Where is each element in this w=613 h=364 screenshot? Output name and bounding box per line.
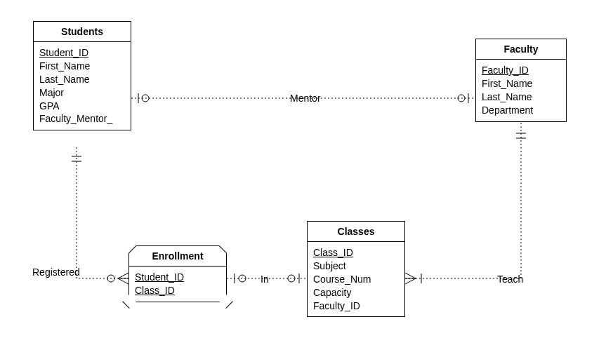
relationship-mentor-label: Mentor [288,93,323,104]
attr: Student_ID [135,271,220,284]
entity-enrollment: Enrollment Student_ID Class_ID [128,245,227,302]
cardinality-zero-icon [239,275,246,282]
rel-teach-line [405,123,521,278]
entity-attrs: Student_ID First_Name Last_Name Major GP… [34,42,131,130]
attr: Department [482,104,560,117]
relationship-in-label: In [258,274,271,285]
crowfoot-icon [118,273,128,278]
crowfoot-icon [405,273,416,278]
cardinality-zero-icon [142,95,149,102]
attr: First_Name [39,60,125,73]
attr: Student_ID [39,46,125,60]
cardinality-zero-icon [458,95,465,102]
attr: Class_ID [135,284,220,297]
cardinality-zero-icon [107,275,114,282]
entity-title: Enrollment [129,246,226,267]
entity-title: Classes [308,222,404,242]
entity-students: Students Student_ID First_Name Last_Name… [33,21,131,130]
entity-title: Faculty [476,39,566,60]
cardinality-zero-icon [288,275,295,282]
attr: Last_Name [39,73,125,86]
attr: Faculty_ID [313,299,399,313]
attr: Course_Num [313,273,399,286]
attr: First_Name [482,77,560,90]
attr: Major [39,86,125,100]
attr: Faculty_ID [482,64,560,77]
crowfoot-icon [118,278,128,284]
attr: Class_ID [313,246,399,259]
entity-title: Students [34,22,131,42]
relationship-teach-label: Teach [495,274,525,285]
attr: Capacity [313,286,399,299]
attr: Faculty_Mentor_ [39,112,125,126]
attr: GPA [39,100,125,113]
entity-attrs: Student_ID Class_ID [129,267,226,302]
entity-faculty: Faculty Faculty_ID First_Name Last_Name … [475,39,567,122]
crowfoot-icon [405,278,416,284]
entity-classes: Classes Class_ID Subject Course_Num Capa… [307,221,405,317]
rel-registered-line [77,147,128,278]
attr: Last_Name [482,90,560,104]
entity-attrs: Faculty_ID First_Name Last_Name Departme… [476,60,566,121]
entity-attrs: Class_ID Subject Course_Num Capacity Fac… [308,242,404,316]
attr: Subject [313,259,399,273]
relationship-registered-label: Registered [30,267,82,278]
